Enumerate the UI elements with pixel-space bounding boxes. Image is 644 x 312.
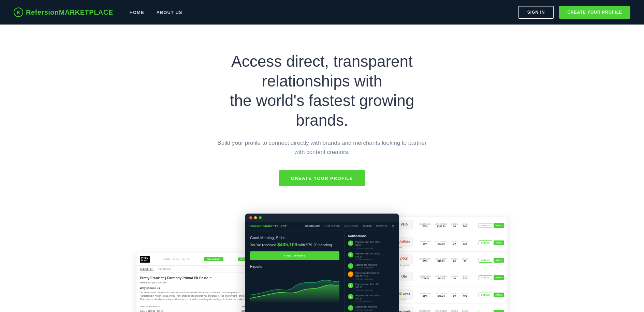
notif-item-4: R Conversion for EcoDiva $32.20 credit 1… [348, 271, 395, 280]
merchant-brand-section: Pretty Frank.™ | Formerly Primal Pit Pas… [136, 273, 252, 312]
apply-button-verna[interactable]: APPLY [494, 293, 504, 297]
offer-actions-pao: DETAILS APPLY [479, 310, 504, 312]
refersion-logo-icon: R [14, 7, 23, 17]
logo[interactable]: R RefersionMARKETPLACE [14, 7, 113, 17]
details-button-pao[interactable]: DETAILS [479, 310, 492, 312]
notif-text-1: Payment from A&N eCap [355, 240, 380, 244]
dashboard-nav: refersion MARKETPLACE DASHBOARD FIND OFF… [245, 222, 399, 231]
notif-icon-2: $ [348, 252, 353, 258]
nav-my-offers[interactable]: MY OFFERS [345, 225, 358, 228]
offer-logo-rise: RISE Rise Brewing Co. [396, 254, 416, 266]
merchant-screenshot: PrettyFrank. INTRO 272.41 10 75 FIND MAR… [136, 253, 252, 312]
nav-reports[interactable]: REPORTS [376, 225, 387, 228]
offer-logo-verna: 🌿 Verna Verna Farms [396, 289, 416, 301]
nav-assets[interactable]: ASSETS [363, 225, 372, 228]
notif-amount-4: $32.20 credit [355, 275, 379, 278]
merchant-logo: PrettyFrank. [140, 256, 150, 263]
offer-row-verna: 🌿 Verna Verna Farms COMMISSION 15% AVG. … [392, 286, 508, 304]
notif-amount-1: $4.90 [355, 244, 380, 247]
apply-button-unhide[interactable]: APPLY [494, 240, 504, 245]
notif-text-7: Accepted to KaChave [355, 305, 377, 308]
tab-offer[interactable]: THE OFFER [140, 268, 153, 270]
notif-icon-6: $ [348, 294, 353, 299]
details-button-rise[interactable]: DETAILS [479, 258, 492, 263]
notif-item-2: $ Payment from A&N eCap $43.90 6:50am Ye… [348, 252, 395, 261]
apply-button-qlo[interactable]: APPLY [494, 275, 504, 280]
apply-button-rise[interactable]: APPLY [494, 258, 504, 263]
maximize-dot [259, 216, 262, 219]
notifications-title: Notifications [348, 234, 395, 238]
merchant-description: Our commitment to quality and transparen… [140, 291, 248, 301]
notif-amount-5: $43.90 [355, 286, 380, 289]
reports-label: Reports [250, 265, 339, 268]
nav-about[interactable]: ABOUT US [157, 10, 182, 15]
screenshots-section: PrettyFrank. INTRO 272.41 10 75 FIND MAR… [0, 200, 644, 312]
dashboard-screenshot: refersion MARKETPLACE DASHBOARD FIND OFF… [245, 214, 399, 312]
notif-icon-4: R [348, 271, 353, 277]
minimize-dot [254, 216, 257, 219]
nav-home[interactable]: HOME [130, 10, 144, 15]
details-button-unhide[interactable]: DETAILS [479, 240, 492, 245]
offer-stats-vejo: COMMISSION 20% AVG. ORDER $142.24 CLICKS… [419, 223, 476, 228]
merchant-stats-table: Selection less than $100 25.80% Sales of… [140, 305, 248, 312]
offer-logo-vejo: vejo Visa [396, 220, 416, 231]
details-button-verna[interactable]: DETAILS [479, 293, 492, 297]
offer-logo-pao: paomate Paomate [396, 307, 416, 312]
notif-time-3: 10:01am Yesterday [355, 267, 377, 269]
create-profile-button-nav[interactable]: CREATE YOUR PROFILE [559, 6, 630, 19]
merchant-why-title: Why choose us [140, 286, 248, 290]
offer-row-qlo: Qlo Qlo COMMISSION 274K% AVG. ORDER $23.… [392, 269, 508, 286]
offer-stats-qlo: COMMISSION 274K% AVG. ORDER $23.63 CLICK… [419, 275, 476, 280]
merchant-header: PrettyFrank. INTRO 272.41 10 75 FIND MAR… [136, 253, 252, 266]
notif-time-1: 10:01am Yesterday [355, 247, 380, 249]
details-button-vejo[interactable]: DETAILS [479, 223, 492, 228]
notif-text-3: Accepted to KaChave [355, 263, 377, 266]
notif-item-1: $ Payment from A&N eCap $4.90 10:01am Ye… [348, 240, 395, 249]
offer-actions-verna: DETAILS APPLY [479, 293, 504, 297]
notif-item-5: $ Payment from A&N eCap $43.90 10:01am Y… [348, 283, 395, 291]
notif-time-7: 10:01am Yesterday [355, 309, 377, 311]
notif-time-4: 10:01am Yesterday [355, 278, 379, 280]
merchant-category: Health and personal care [140, 281, 248, 284]
notif-amount-6: $61.90 [355, 297, 380, 300]
table-row: Sales of $100.00 - $1000 60.00% [140, 309, 248, 312]
nav-links: HOME ABOUT US [130, 9, 182, 15]
logo-text: RefersionMARKETPLACE [26, 9, 113, 16]
notif-item-7: ✓ Accepted to KaChave 10:01am Yesterday [348, 305, 395, 311]
nav-find-offers[interactable]: FIND OFFERS [324, 225, 340, 228]
notif-item-6: $ Payment from A&N eCap $61.90 6:50am Ye… [348, 294, 395, 302]
hero-headline: Access direct, transparent relationships… [203, 52, 441, 130]
find-offers-button[interactable]: FIND OFFERS [250, 251, 339, 260]
dashboard-brand: refersion MARKETPLACE [249, 224, 287, 228]
navbar-left: R RefersionMARKETPLACE HOME ABOUT US [14, 7, 182, 17]
offer-logo-unhide: UnHide UnHide [396, 237, 416, 249]
offer-stats-pao: COMMISSION 10% AVG. ORDER $20.63 CLICKS … [419, 310, 476, 312]
offer-actions-qlo: DETAILS APPLY [479, 275, 504, 280]
notifications-sidebar: Notifications $ Payment from A&N eCap $4… [344, 231, 399, 312]
offer-row-unhide: UnHide UnHide COMMISSION 15% AVG. ORDER … [392, 234, 508, 252]
apply-button-vejo[interactable]: APPLY [494, 223, 504, 228]
nav-dashboard[interactable]: DASHBOARD [305, 225, 320, 228]
tab-terms[interactable]: THE TERMS [158, 268, 171, 270]
hero-cta-button[interactable]: CREATE YOUR PROFILE [279, 170, 365, 186]
notif-time-2: 6:50am Yesterday [355, 259, 380, 261]
hero-subtext: Build your profile to connect directly w… [216, 138, 428, 157]
offer-stats-unhide: COMMISSION 15% AVG. ORDER $82.93 CLICKS … [419, 240, 476, 245]
earnings-amount: You've received $435,109 with $79.20 pen… [250, 242, 339, 247]
notif-time-5: 10:01am Yesterday [355, 289, 380, 291]
details-button-qlo[interactable]: DETAILS [479, 275, 492, 280]
merchant-stats: INTRO 272.41 10 75 [164, 258, 189, 260]
notif-item-3: ✓ Accepted to KaChave 10:01am Yesterday [348, 263, 395, 269]
close-dot [249, 216, 252, 219]
notif-icon-5: $ [348, 283, 353, 288]
nav-user-icon[interactable]: 👤 [392, 225, 395, 228]
find-market-button[interactable]: FIND MARKET [204, 257, 223, 261]
notif-icon-3: ✓ [348, 263, 353, 269]
hero-section: Access direct, transparent relationships… [0, 25, 644, 200]
offer-stats-verna: COMMISSION 15% AVG. ORDER $49.24 CLICKS … [419, 293, 476, 297]
sign-in-button[interactable]: SIGN IN [518, 6, 554, 19]
merchant-brand-name: Pretty Frank.™ | Formerly Primal Pit Pas… [140, 276, 248, 280]
apply-button-pao[interactable]: APPLY [494, 310, 504, 312]
merchant-tabs: THE OFFER THE TERMS [136, 266, 252, 273]
offer-actions-rise: DETAILS APPLY [479, 258, 504, 263]
